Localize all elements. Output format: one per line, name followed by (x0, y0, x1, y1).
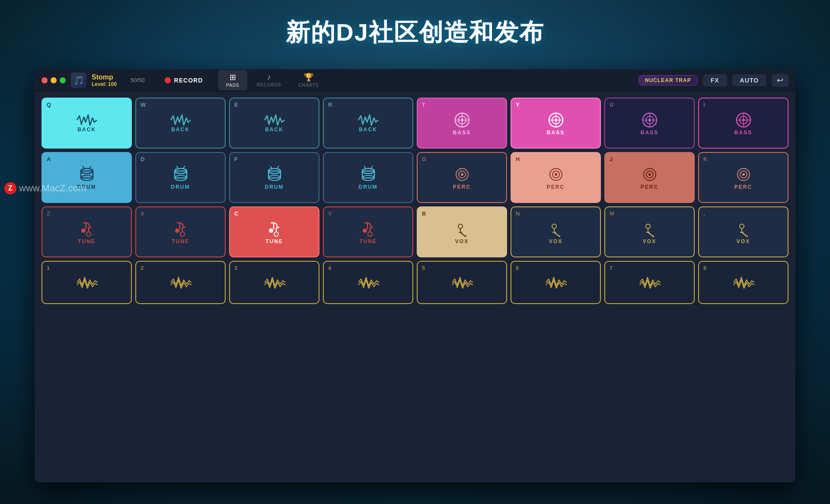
pad-T-bass[interactable]: T BASS (417, 98, 507, 149)
fx-icon (264, 276, 285, 288)
bass-icon (546, 111, 565, 130)
pad-R-back[interactable]: R BACK (323, 98, 413, 149)
svg-point-70 (646, 224, 650, 228)
pad-M-vox[interactable]: M VOX (604, 206, 695, 257)
pad-I-bass[interactable]: I BASS (698, 98, 788, 149)
svg-point-42 (461, 173, 463, 176)
pad-W-back[interactable]: W BACK (135, 98, 226, 149)
pad-4-fx[interactable]: 4 (323, 261, 413, 304)
svg-point-79 (746, 235, 748, 237)
app-icon: 🎵 (71, 73, 86, 88)
pads-row-fx: 1 2 3 4 (42, 261, 788, 304)
pads-icon: ⊞ (230, 73, 236, 82)
svg-line-29 (183, 166, 185, 168)
svg-line-73 (648, 232, 652, 236)
perc-icon (453, 165, 472, 184)
maximize-button[interactable] (60, 77, 66, 83)
svg-line-63 (460, 232, 465, 236)
pad-H-perc[interactable]: H PERC (511, 152, 601, 203)
pad-G-perc[interactable]: G PERC (417, 152, 507, 203)
watermark-text: www.MacZ.com (19, 183, 86, 194)
tab-records[interactable]: ♪ RECORDS (249, 70, 289, 90)
pad-1-fx[interactable]: 1 (42, 261, 132, 304)
pad-F-drum[interactable]: F DRUM (229, 152, 319, 203)
pad-C-tune[interactable]: C TUNE (229, 206, 319, 257)
record-button[interactable]: RECORD (159, 74, 209, 86)
records-icon: ♪ (267, 73, 271, 82)
preset-badge[interactable]: NUCLEAR TRAP (638, 75, 698, 86)
pad-D-drum[interactable]: D DRUM (135, 152, 226, 203)
auto-button[interactable]: AUTO (732, 74, 766, 86)
watermark-z-icon: Z (4, 182, 16, 194)
pad-6-fx[interactable]: 6 (511, 261, 601, 304)
svg-line-39 (371, 166, 373, 168)
pad-Q-back[interactable]: Q BACK (42, 98, 132, 149)
app-level: Level: 100 (92, 81, 117, 87)
nav-tabs: ⊞ PADS ♪ RECORDS 🏆 CHARTS (218, 70, 326, 90)
svg-point-55 (180, 232, 185, 236)
back-button[interactable]: ↩ (772, 74, 788, 87)
svg-point-58 (363, 228, 367, 233)
svg-point-65 (552, 224, 556, 228)
svg-point-53 (86, 232, 91, 236)
level-label: Level: (92, 81, 107, 87)
pad-Z-tune[interactable]: Z TUNE (42, 206, 132, 257)
svg-point-54 (175, 228, 179, 233)
pads-row-tune-vox: Z TUNE X TUNE (42, 206, 788, 257)
pad-Y-bass[interactable]: Y BASS (511, 98, 601, 149)
svg-point-52 (81, 228, 86, 233)
pad-comma-vox[interactable]: , VOX (698, 206, 788, 257)
svg-line-33 (270, 166, 272, 168)
svg-point-48 (648, 173, 651, 176)
bass-icon (453, 111, 472, 130)
pad-3-fx[interactable]: 3 (229, 261, 319, 304)
tab-charts[interactable]: 🏆 CHARTS (291, 70, 327, 90)
fx-icon (545, 276, 567, 288)
page-title: 新的DJ社区创造和发布 (0, 16, 830, 49)
pad-J-perc[interactable]: J PERC (604, 152, 695, 203)
svg-point-56 (269, 228, 273, 233)
drum-icon (359, 165, 378, 184)
svg-point-69 (559, 235, 560, 237)
pad-E-back[interactable]: E BACK (229, 98, 319, 149)
fx-icon (170, 276, 192, 288)
fx-button[interactable]: FX (703, 74, 727, 86)
pad-8-fx[interactable]: 8 (698, 261, 788, 304)
vox-icon (640, 219, 659, 238)
svg-point-57 (274, 232, 278, 236)
perc-icon (546, 165, 565, 184)
pad-N-vox[interactable]: N VOX (511, 206, 601, 257)
pad-X-tune[interactable]: X TUNE (135, 206, 226, 257)
pad-V-tune[interactable]: V TUNE (323, 206, 413, 257)
pad-U-bass[interactable]: U BASS (604, 98, 695, 149)
pad-B-vox[interactable]: B VOX (417, 206, 507, 257)
close-button[interactable] (42, 77, 48, 83)
pad-2-fx[interactable]: 2 (135, 261, 226, 304)
pad-5-fx[interactable]: 5 (417, 261, 507, 304)
minimize-button[interactable] (51, 77, 57, 83)
perc-icon (734, 165, 753, 184)
fx-icon (639, 276, 661, 288)
svg-rect-31 (268, 171, 281, 178)
svg-point-64 (465, 235, 466, 237)
fx-icon (358, 276, 379, 288)
svg-line-38 (364, 166, 366, 168)
svg-point-75 (740, 224, 744, 228)
pad-7-fx[interactable]: 7 (604, 261, 695, 304)
charts-icon: 🏆 (304, 73, 313, 82)
tab-pads[interactable]: ⊞ PADS (218, 70, 247, 90)
vox-icon (546, 219, 565, 238)
level-value: 100 (108, 81, 117, 87)
pad-dot-drum[interactable]: DRUM (323, 152, 413, 203)
tune-icon (77, 219, 96, 238)
svg-line-28 (176, 166, 178, 168)
watermark: Z www.MacZ.com (0, 181, 90, 196)
fx-icon (451, 276, 473, 288)
score-badge: 50/50 (131, 77, 145, 83)
svg-point-51 (742, 173, 745, 176)
tune-icon (359, 219, 378, 238)
perc-icon (640, 165, 659, 184)
tune-icon (265, 219, 284, 238)
waveform-icon (358, 114, 379, 127)
pad-K-perc[interactable]: K PERC (698, 152, 788, 203)
